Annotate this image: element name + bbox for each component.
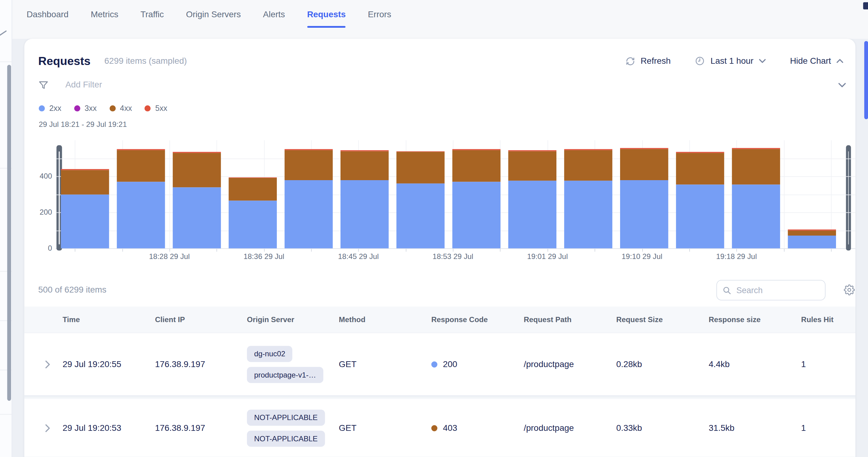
- bar-segment-2xx: [284, 180, 333, 248]
- legend-item-2xx[interactable]: 2xx: [39, 104, 61, 113]
- refresh-button[interactable]: Refresh: [626, 56, 671, 66]
- column-header-request-size: Request Size: [616, 315, 709, 324]
- nav-tab-errors[interactable]: Errors: [368, 0, 391, 29]
- x-axis-label: 18:36 29 Jul: [231, 252, 297, 260]
- row-expander[interactable]: [24, 360, 62, 369]
- x-axis-tick: [642, 249, 643, 252]
- left-scrollbar-thumb[interactable]: [7, 65, 11, 401]
- row-expander[interactable]: [24, 423, 62, 433]
- chevron-right-icon: [45, 360, 51, 369]
- table-summary: 500 of 6299 items: [38, 285, 106, 295]
- legend-label: 3xx: [85, 104, 97, 113]
- x-axis-tick: [689, 249, 690, 252]
- stacked-bar: [341, 150, 389, 249]
- bar-segment-4xx: [732, 149, 780, 184]
- add-filter-placeholder: Add Filter: [65, 80, 102, 90]
- clock-icon: [695, 56, 705, 66]
- stacked-bar: [173, 152, 221, 248]
- refresh-icon: [626, 56, 635, 66]
- bar-segment-2xx: [508, 181, 556, 248]
- table-row[interactable]: 29 Jul 19:20:53176.38.9.197NOT-APPLICABL…: [24, 399, 856, 457]
- y-axis-label: 400: [24, 172, 52, 180]
- legend-item-5xx[interactable]: 5xx: [145, 104, 167, 113]
- x-axis-tick: [594, 249, 595, 252]
- cell-rules-hit: 1: [801, 423, 856, 433]
- cell-time: 29 Jul 19:20:53: [62, 423, 155, 433]
- bar-segment-4xx: [117, 150, 165, 182]
- table-header: TimeClient IPOrigin ServerMethodResponse…: [24, 307, 856, 333]
- stacked-bar: [453, 149, 501, 248]
- cell-method: GET: [339, 359, 432, 369]
- nav-tab-dashboard[interactable]: Dashboard: [27, 0, 68, 29]
- items-count: 6299 items (sampled): [104, 56, 187, 66]
- cell-rules-hit: 1: [801, 359, 856, 369]
- time-range-selector[interactable]: Last 1 hour: [695, 56, 766, 66]
- legend-item-4xx[interactable]: 4xx: [110, 104, 132, 113]
- x-axis-tick: [453, 249, 454, 252]
- bar-segment-2xx: [732, 184, 780, 249]
- origin-server-tag[interactable]: productpage-v1-…: [247, 367, 323, 383]
- bar-segment-2xx: [341, 180, 389, 248]
- x-axis-label: 18:45 29 Jul: [325, 252, 392, 260]
- column-header-request-path: Request Path: [524, 315, 616, 324]
- x-axis-label: 18:53 29 Jul: [420, 252, 486, 260]
- stacked-bar: [676, 152, 724, 248]
- x-axis-tick: [500, 249, 501, 252]
- column-header-rules-hit: Rules Hit: [801, 315, 856, 324]
- nav-tab-traffic[interactable]: Traffic: [141, 0, 164, 29]
- x-axis-tick: [75, 249, 76, 252]
- cell-request-size: 0.33kb: [616, 423, 709, 433]
- filter-expand-chevron-icon[interactable]: [838, 82, 846, 87]
- cell-request-path: /productpage: [524, 359, 616, 369]
- requests-page: DashboardMetricsTrafficOrigin ServersAle…: [0, 0, 868, 457]
- x-axis-tick: [406, 249, 406, 252]
- hide-chart-label: Hide Chart: [790, 56, 831, 66]
- hide-chart-toggle[interactable]: Hide Chart: [790, 56, 843, 66]
- collapse-chevron-icon[interactable]: [0, 29, 7, 37]
- column-header-response-code: Response Code: [431, 315, 524, 324]
- bar-segment-4xx: [284, 150, 333, 180]
- top-nav: DashboardMetricsTrafficOrigin ServersAle…: [27, 0, 391, 29]
- cell-origin-server: NOT-APPLICABLENOT-APPLICABLE: [247, 403, 339, 453]
- x-axis-tick: [217, 249, 217, 252]
- nav-tab-alerts[interactable]: Alerts: [263, 0, 285, 29]
- bar-segment-2xx: [453, 182, 501, 248]
- legend-dot-5xx: [145, 105, 151, 111]
- bar-segment-4xx: [508, 151, 556, 181]
- cell-method: GET: [339, 423, 432, 433]
- nav-tab-origin-servers[interactable]: Origin Servers: [186, 0, 241, 29]
- bar-segment-4xx: [453, 150, 501, 182]
- right-scrollbar-thumb[interactable]: [864, 41, 868, 119]
- column-header-response-size: Response size: [709, 315, 801, 324]
- origin-server-tag[interactable]: dg-nuc02: [247, 345, 292, 362]
- add-filter-bar[interactable]: Add Filter: [38, 76, 846, 94]
- bar-segment-2xx: [173, 187, 221, 249]
- x-axis-tick: [831, 249, 832, 252]
- brush-handle-right[interactable]: [846, 145, 851, 251]
- cell-client-ip: 176.38.9.197: [155, 359, 247, 369]
- cell-response-code: 200: [431, 359, 524, 369]
- nav-tab-metrics[interactable]: Metrics: [91, 0, 118, 29]
- chart-legend: 2xx3xx4xx5xx: [39, 103, 167, 114]
- legend-label: 4xx: [120, 104, 132, 113]
- table-row[interactable]: 29 Jul 19:20:55176.38.9.197dg-nuc02produ…: [24, 333, 856, 395]
- column-header-method: Method: [339, 315, 432, 324]
- gear-icon[interactable]: [844, 284, 855, 295]
- legend-item-3xx[interactable]: 3xx: [74, 104, 97, 113]
- search-input[interactable]: [736, 285, 814, 295]
- stacked-bar: [732, 148, 780, 248]
- cell-client-ip: 176.38.9.197: [155, 423, 247, 433]
- cell-origin-server: dg-nuc02productpage-v1-…: [247, 339, 339, 390]
- filter-funnel-icon: [38, 80, 49, 90]
- origin-server-tag[interactable]: NOT-APPLICABLE: [247, 430, 325, 447]
- origin-server-tag[interactable]: NOT-APPLICABLE: [247, 409, 325, 425]
- bar-segment-2xx: [788, 236, 836, 248]
- nav-tab-requests[interactable]: Requests: [307, 0, 346, 29]
- stacked-bar: [284, 149, 333, 248]
- bar-segment-4xx: [397, 152, 445, 183]
- column-header-origin-server: Origin Server: [247, 315, 339, 324]
- x-axis-tick: [264, 249, 265, 252]
- response-code-value: 403: [443, 423, 457, 433]
- gridline-v: [784, 140, 784, 248]
- x-axis-tick: [548, 249, 548, 252]
